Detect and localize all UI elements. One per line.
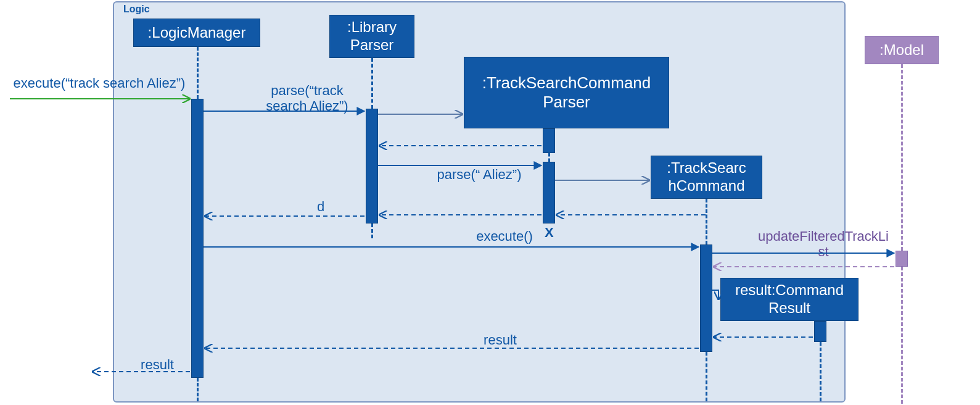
lifeline-library-parser: :Library Parser: [329, 15, 414, 58]
lifeline-tsc: :TrackSearc hCommand: [651, 156, 762, 199]
lifeline-tscp-label: :TrackSearchCommand Parser: [482, 73, 651, 112]
msg-ret-d: d: [308, 199, 333, 214]
lifeline-logic-manager: :LogicManager: [133, 19, 260, 47]
activation-tsc: [700, 244, 712, 352]
destroy-mark: X: [545, 225, 554, 241]
dash-library-parser-bot: [371, 223, 373, 238]
msg-execute-in: execute(“track search Aliez”): [10, 75, 189, 91]
activation-cmd-result: [814, 321, 826, 342]
dash-model-bot: [901, 267, 903, 404]
frame-label: Logic: [123, 4, 150, 15]
msg-ret-result: result: [472, 332, 528, 348]
activation-logic-manager: [191, 99, 204, 378]
lifeline-tscp: :TrackSearchCommand Parser: [464, 57, 669, 128]
dash-logic-manager-bot: [197, 378, 199, 401]
lifeline-cmd-result-label: result:Command Result: [735, 282, 844, 317]
activation-tscp-1: [543, 128, 555, 153]
lifeline-model-label: :Model: [879, 41, 924, 59]
dash-tscp-mid: [548, 153, 550, 162]
dash-tsc-bot: [706, 352, 707, 401]
msg-parse2: parse(“ Aliez”): [427, 167, 532, 182]
dash-cmd-result-bot: [820, 342, 821, 401]
activation-tscp-2: [543, 162, 555, 223]
msg-parse1: parse(“track search Aliez”): [252, 83, 363, 114]
lifeline-logic-manager-label: :LogicManager: [148, 24, 246, 42]
dash-library-parser-top: [371, 58, 373, 109]
dash-logic-manager-top: [197, 47, 199, 99]
lifeline-model: :Model: [865, 36, 939, 64]
msg-update-list: updateFilteredTrackLi st: [746, 228, 900, 260]
dash-tsc-top: [706, 199, 707, 244]
lifeline-cmd-result: result:Command Result: [720, 278, 859, 321]
dash-model-top: [901, 64, 903, 251]
lifeline-library-parser-label: :Library Parser: [347, 19, 397, 54]
lifeline-tsc-label: :TrackSearc hCommand: [667, 159, 746, 195]
msg-ret-result-out: result: [130, 357, 185, 372]
activation-library-parser: [366, 109, 378, 223]
msg-execute-cmd: execute(): [467, 228, 541, 244]
